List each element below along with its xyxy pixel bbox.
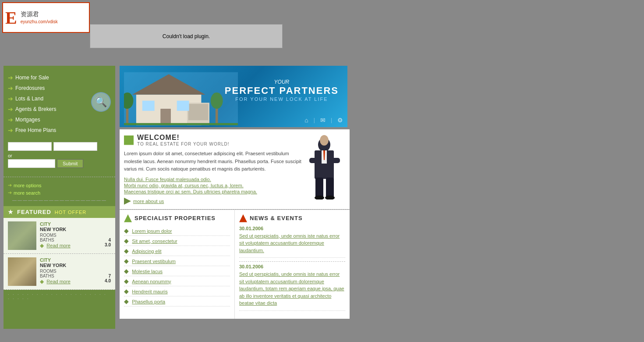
banner-house-illustration (124, 70, 238, 127)
more-options-link[interactable]: ➔ more options (8, 182, 111, 189)
read-more-label-2[interactable]: Read more (46, 279, 70, 284)
sidebar-item-label: Free Home Plans (15, 127, 56, 133)
specialist-link-3[interactable]: Adipiscing elit (132, 249, 161, 254)
news-date-1[interactable]: 30.01.2006 (239, 226, 345, 231)
banner: YOUR PERFECT PARTNERS FOR YOUR NEW LOCK … (120, 66, 347, 127)
submit-button[interactable]: Submit (57, 159, 83, 168)
more-links-section: ➔ more options ➔ more search ———————————… (4, 179, 115, 206)
welcome-titles: WELCOME! TO REAL ESTATE FOR YOUR WORLD! (137, 134, 230, 146)
news-title: NEWS & EVENTS (250, 215, 303, 221)
sidebar-item-home-for-sale[interactable]: ➔ Home for Sale (4, 72, 115, 83)
nav-separator-2: | (331, 117, 332, 123)
svg-point-15 (320, 135, 329, 146)
bottom-sections: SPECIALIST PROPERTIES ◆ Lorem ipsum dolo… (120, 210, 350, 319)
news-item-2: 30.01.2006 Sed ut perspiciatis, unde omn… (239, 264, 345, 311)
sidebar-search: or Submit (4, 138, 115, 175)
more-search-label: more search (14, 190, 40, 196)
svg-rect-8 (177, 101, 189, 111)
read-more-label-1[interactable]: Read more (46, 243, 70, 248)
bullet-icon: ◆ (124, 288, 129, 295)
sidebar-item-foredosures[interactable]: ➔ Foredosures (4, 83, 115, 93)
settings-icon[interactable]: ⚙ (337, 117, 343, 124)
search-input-1[interactable] (8, 142, 52, 151)
logo-chinese: 资源君 (21, 10, 58, 19)
specialist-link-7[interactable]: Hendrerit mauris (132, 289, 167, 294)
sidebar-item-label: Agents & Brekers (15, 106, 56, 112)
banner-nav: ⌂ | ✉ | ⚙ (304, 117, 343, 124)
read-more-1[interactable]: ◆ Read more (40, 242, 111, 249)
specialist-link-4[interactable]: Praesent vestibulum (132, 259, 176, 264)
more-search-link[interactable]: ➔ more search (8, 189, 111, 196)
sidebar-item-label: Mortgages (15, 117, 40, 123)
welcome-link-2[interactable]: Morbi nunc odio, gravida at, cursus nec,… (124, 183, 301, 188)
property-stats-2: ROOMS 7 BATHS 4.0 (40, 269, 111, 278)
logo-url: eyunzhu.com/vdisk (21, 19, 58, 25)
featured-star-icon: ★ (8, 209, 14, 215)
svg-rect-18 (309, 158, 322, 163)
svg-rect-19 (328, 158, 340, 163)
hot-offer-label: HOT OFFER (55, 210, 86, 215)
specialist-item-3: ◆ Adipiscing elit (124, 246, 230, 256)
property-info-2: CITY NEW YORK ROOMS 7 BATHS 4.0 ◆ (40, 257, 111, 285)
nav-arrow-icon: ➔ (8, 116, 13, 123)
welcome-link-3[interactable]: Maecenas tristique orci ac sem. Duis ult… (124, 189, 301, 194)
specialist-link-5[interactable]: Molestie lacus (132, 269, 163, 274)
sidebar-item-label: Home for Sale (15, 75, 49, 81)
news-date-2[interactable]: 30.01.2006 (239, 264, 345, 269)
property-image-2 (8, 257, 36, 286)
property-location-2: NEW YORK (40, 263, 111, 268)
property-info-1: CITY NEW YORK ROOMS 4 BATHS 3.0 ◆ (40, 221, 111, 249)
svg-rect-7 (142, 101, 155, 111)
specialist-item-8: ◆ Phasellus porta (124, 296, 230, 306)
specialist-link-1[interactable]: Lorem ipsum dolor (132, 228, 172, 234)
search-input-2[interactable] (53, 142, 97, 151)
bullet-icon: ◆ (124, 247, 129, 254)
svg-rect-4 (188, 104, 209, 120)
bottom-dashes: · · · · · · · · · · · · · · · · · · · · … (4, 290, 115, 303)
nav-arrow-icon: ➔ (8, 95, 13, 102)
sidebar: ➔ Home for Sale ➔ Foredosures ➔ Lots & L… (4, 66, 115, 329)
specialist-icon (124, 214, 132, 222)
specialist-link-6[interactable]: Aenean nonummy (132, 279, 171, 284)
specialist-header: SPECIALIST PROPERTIES (124, 214, 230, 222)
news-text-1: Sed ut perspiciatis, unde omnis iste nat… (239, 232, 345, 254)
welcome-subtitle: TO REAL ESTATE FOR YOUR WORLD! (137, 142, 230, 146)
search-row-bottom: Submit (8, 159, 111, 168)
featured-header: ★ FEATURED HOT OFFER (4, 206, 115, 218)
home-icon[interactable]: ⌂ (304, 117, 308, 124)
plugin-message: Couldn't load plugin. (163, 33, 210, 39)
nav-separator-1: | (314, 117, 315, 123)
arrow-icon: ➔ (8, 182, 12, 188)
bullet-icon: ◆ (124, 298, 129, 305)
search-or-label: or (8, 153, 111, 158)
arrow-icon: ➔ (8, 190, 12, 196)
welcome-link-1[interactable]: Nulla dui. Fusce feugiat malesuada odio. (124, 177, 301, 182)
person-svg (306, 134, 343, 200)
read-more-2[interactable]: ◆ Read more (40, 278, 111, 285)
more-options-label: more options (14, 183, 42, 188)
welcome-section: WELCOME! TO REAL ESTATE FOR YOUR WORLD! … (120, 129, 350, 209)
specialist-link-8[interactable]: Phasellus porta (132, 299, 165, 304)
email-icon[interactable]: ✉ (320, 117, 326, 124)
news-link-1[interactable]: Sed ut perspiciatis, unde omnis iste nat… (239, 233, 340, 253)
banner-title: PERFECT PARTNERS (225, 85, 339, 96)
nav-arrow-icon: ➔ (8, 106, 13, 113)
magnifier-icon: 🔍 (91, 92, 111, 112)
svg-rect-21 (326, 178, 334, 197)
specialist-link-2[interactable]: Sit amet, consectetur (132, 239, 177, 244)
search-input-3[interactable] (8, 159, 55, 168)
news-icon (239, 214, 247, 222)
content-block: ➔ Home for Sale ➔ Foredosures ➔ Lots & L… (4, 66, 350, 329)
property-image-1 (8, 221, 36, 250)
more-about-link[interactable]: more about us (133, 199, 164, 204)
nav-arrow-icon: ➔ (8, 85, 13, 92)
welcome-body-text: Lorem ipsum dolor sit amet, consectetuer… (124, 150, 301, 173)
featured-title: FEATURED (17, 209, 51, 215)
bullet-icon: ◆ (124, 227, 129, 234)
sidebar-item-mortgages[interactable]: ➔ Mortgages (4, 114, 115, 125)
sidebar-dashes: —————————————————— (8, 196, 111, 204)
sidebar-item-free-home-plans[interactable]: ➔ Free Home Plans (4, 125, 115, 135)
banner-subtitle: FOR YOUR NEW LOCK AT LIFE (225, 96, 339, 102)
news-link-2[interactable]: Sed ut perspiciatis, unde omnis iste nat… (239, 271, 344, 306)
welcome-title: WELCOME! (137, 134, 230, 142)
